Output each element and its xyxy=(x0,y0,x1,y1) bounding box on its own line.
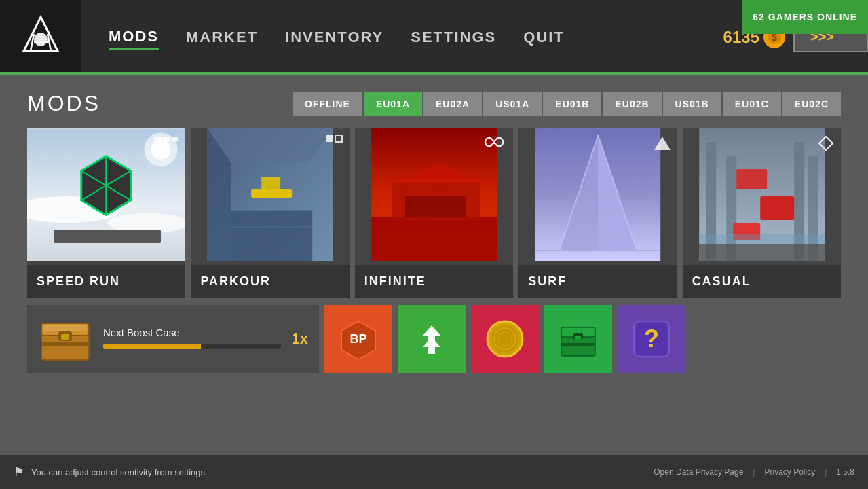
svg-rect-50 xyxy=(736,169,767,189)
footer: ⚑ You can adjust control sentivity from … xyxy=(0,455,868,489)
server-tab-eu02c[interactable]: EU02C xyxy=(782,92,841,116)
svg-rect-75 xyxy=(561,343,595,346)
green-case-icon xyxy=(559,319,598,359)
version-label: 1.5.8 xyxy=(836,467,854,477)
privacy-page-link[interactable]: Open Data Privacy Page xyxy=(654,467,743,477)
powerup-case-button[interactable] xyxy=(544,305,612,373)
game-card-speed-run[interactable]: SPEED RUN xyxy=(27,128,185,298)
server-tab-offline[interactable]: OFFLINE xyxy=(293,92,362,116)
svg-text:BP: BP xyxy=(350,332,366,346)
svg-rect-28 xyxy=(262,177,281,189)
main-nav: MODS MARKET INVENTORY SETTINGS QUIT xyxy=(109,25,723,50)
game-modes-grid: SPEED RUN xyxy=(27,128,841,298)
mystery-icon: ? xyxy=(631,319,672,359)
nav-mods[interactable]: MODS xyxy=(109,25,159,50)
game-card-parkour[interactable]: PARKOUR xyxy=(191,128,349,298)
footer-divider: | xyxy=(753,467,755,477)
nav-settings[interactable]: SETTINGS xyxy=(411,26,496,49)
case-name: Next Boost Case xyxy=(103,327,281,338)
svg-rect-62 xyxy=(41,342,89,346)
svg-text:?: ? xyxy=(644,325,659,352)
case-info: Next Boost Case xyxy=(103,327,281,352)
infinite-icon xyxy=(482,135,506,152)
svg-marker-68 xyxy=(423,337,440,354)
page-title: MODS xyxy=(27,91,100,116)
nav-market[interactable]: MARKET xyxy=(186,26,258,49)
bottom-bar: Next Boost Case 1x BP xyxy=(27,305,841,373)
game-card-infinite[interactable]: INFINITE xyxy=(355,128,513,298)
svg-point-70 xyxy=(491,325,518,352)
svg-point-1 xyxy=(34,33,48,46)
svg-rect-78 xyxy=(563,338,593,340)
footer-tip: ⚑ You can adjust control sentivity from … xyxy=(14,465,208,479)
parkour-visual xyxy=(191,128,349,261)
speed-run-label: SPEED RUN xyxy=(27,265,185,298)
casual-icon xyxy=(818,135,834,155)
svg-rect-13 xyxy=(54,230,161,243)
parkour-label: PARKOUR xyxy=(191,265,349,298)
infinite-label: INFINITE xyxy=(355,265,513,298)
server-tab-eu01a[interactable]: EU01A xyxy=(364,92,422,116)
game-card-casual[interactable]: CASUAL xyxy=(683,128,841,298)
nav-quit[interactable]: QUIT xyxy=(523,26,565,49)
server-tab-eu01c[interactable]: EU01C xyxy=(723,92,781,116)
powerup-mystery-button[interactable]: ? xyxy=(618,305,685,373)
svg-rect-32 xyxy=(335,135,342,142)
nav-inventory[interactable]: INVENTORY xyxy=(285,26,383,49)
svg-rect-54 xyxy=(699,234,825,244)
speed-run-icon xyxy=(154,135,178,152)
policy-link[interactable]: Privacy Policy xyxy=(764,467,815,477)
powerup-boost-button[interactable] xyxy=(398,305,466,373)
svg-rect-31 xyxy=(326,135,333,142)
casual-label: CASUAL xyxy=(683,265,841,298)
powerup-coin-button[interactable] xyxy=(471,305,539,373)
header-green-bar xyxy=(0,72,868,75)
svg-marker-44 xyxy=(654,137,671,150)
case-progress-fill xyxy=(103,344,201,349)
case-progress-bar xyxy=(103,344,281,349)
footer-links: Open Data Privacy Page | Privacy Policy … xyxy=(654,467,854,477)
gamers-online: 62 GAMERS ONLINE xyxy=(742,0,868,34)
svg-rect-37 xyxy=(405,196,466,217)
surf-visual xyxy=(518,128,677,261)
section-header: MODS OFFLINE EU01A EU02A US01A EU01B EU0… xyxy=(27,91,841,116)
logo-icon xyxy=(20,14,61,61)
svg-rect-61 xyxy=(61,334,69,340)
svg-rect-20 xyxy=(154,137,162,141)
svg-rect-27 xyxy=(252,189,293,198)
flag-icon: ⚑ xyxy=(14,465,24,479)
header: MODS MARKET INVENTORY SETTINGS QUIT 6135… xyxy=(0,0,868,75)
surf-icon xyxy=(654,135,671,155)
powerup-bp-button[interactable]: BP xyxy=(324,305,392,373)
svg-rect-22 xyxy=(172,137,178,141)
parkour-icon xyxy=(326,135,343,155)
svg-rect-63 xyxy=(43,325,87,331)
server-tab-us01a[interactable]: US01A xyxy=(483,92,542,116)
svg-rect-26 xyxy=(231,210,313,261)
arrows-up-icon xyxy=(415,322,449,356)
server-tab-eu02a[interactable]: EU02A xyxy=(423,92,482,116)
logo-box xyxy=(0,0,81,75)
casual-visual xyxy=(683,128,841,261)
bp-hexagon-icon: BP xyxy=(339,319,378,359)
game-card-surf[interactable]: SURF xyxy=(518,128,677,298)
surf-label: SURF xyxy=(518,265,677,298)
svg-marker-34 xyxy=(371,217,497,261)
footer-divider2: | xyxy=(825,467,827,477)
server-tabs: OFFLINE EU01A EU02A US01A EU01B EU02B US… xyxy=(293,92,841,116)
server-tab-eu01b[interactable]: EU01B xyxy=(543,92,601,116)
gold-coin-icon xyxy=(485,319,525,359)
main-content: MODS OFFLINE EU01A EU02A US01A EU01B EU0… xyxy=(0,75,868,380)
svg-marker-55 xyxy=(819,137,833,150)
svg-rect-51 xyxy=(760,196,794,220)
server-tab-us01b[interactable]: US01B xyxy=(663,92,721,116)
server-tab-eu02b[interactable]: EU02B xyxy=(603,92,661,116)
footer-tip-text: You can adjust control sentivity from se… xyxy=(31,467,208,477)
boost-case-panel: Next Boost Case 1x xyxy=(27,305,319,373)
case-count: 1x xyxy=(292,330,308,348)
svg-rect-21 xyxy=(163,137,170,141)
svg-rect-53 xyxy=(699,244,825,261)
case-chest-icon xyxy=(38,315,92,363)
